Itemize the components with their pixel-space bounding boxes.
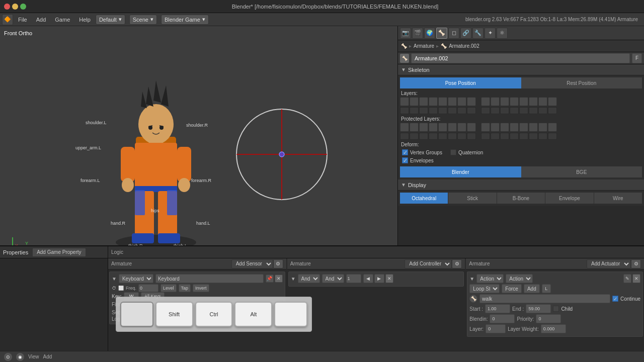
loop-type-select[interactable]: Loop St <box>469 284 500 293</box>
key-cap-ctrl[interactable]: Ctrl <box>195 302 233 327</box>
act-close-icon[interactable]: ✕ <box>632 274 640 283</box>
and-select2[interactable]: And <box>322 274 344 283</box>
act-edit-icon[interactable]: ✎ <box>623 274 631 283</box>
actuator-settings-icon[interactable]: ⚙ <box>631 259 641 268</box>
layer-small-6[interactable] <box>448 107 457 114</box>
controller-settings-icon[interactable]: ⚙ <box>452 259 462 268</box>
prot-btn-14[interactable] <box>529 123 538 132</box>
sensor-settings-icon[interactable]: ⚙ <box>273 259 283 268</box>
bge-button[interactable]: BGE <box>521 166 642 177</box>
prot-btn-9[interactable] <box>481 123 490 132</box>
menu-game[interactable]: Game <box>51 16 74 24</box>
render-icon[interactable]: 📷 <box>400 28 411 39</box>
sensor-pin-icon[interactable]: 📌 <box>266 275 274 283</box>
particles-icon[interactable]: ✦ <box>485 28 496 39</box>
layer-btn-5[interactable] <box>438 97 447 106</box>
key-cap-alt[interactable]: Alt <box>234 302 272 327</box>
layer-btn-16[interactable] <box>548 97 557 106</box>
key-cap-blank2[interactable] <box>274 302 307 327</box>
object-icon[interactable]: ◻ <box>448 28 459 39</box>
key-cap-blank[interactable] <box>120 302 153 327</box>
start-input[interactable] <box>485 304 510 313</box>
layer-small-7[interactable] <box>457 107 466 114</box>
layer-small-9[interactable] <box>481 107 490 114</box>
close-dot[interactable] <box>4 4 10 10</box>
sensor-close-icon[interactable]: ✕ <box>275 275 283 283</box>
prot-btn-13[interactable] <box>519 123 528 132</box>
layer-small-16[interactable] <box>548 107 557 114</box>
menu-file[interactable]: File <box>14 16 31 24</box>
status-icon1[interactable]: ⊙ <box>4 353 12 361</box>
sensor-type-select[interactable]: Keyboard <box>119 274 153 283</box>
bc-object-name[interactable]: Armature.002 <box>449 43 479 49</box>
workspace-dropdown[interactable]: Default ▾ <box>96 15 125 25</box>
envelopes-cb[interactable]: ✓ <box>402 157 408 163</box>
layer-small-8[interactable] <box>467 107 476 114</box>
layer-btn-13[interactable] <box>519 97 528 106</box>
key-cap-shift[interactable]: Shift <box>155 302 193 327</box>
prot-btn-2[interactable] <box>410 123 419 132</box>
vertex-groups-cb[interactable]: ✓ <box>402 149 408 155</box>
add-actuator-dropdown[interactable]: Add Actuator <box>587 259 631 268</box>
tap-button[interactable]: Tap <box>179 284 191 292</box>
layer-btn-14[interactable] <box>529 97 538 106</box>
layer-btn-4[interactable] <box>429 97 438 106</box>
act-subtype-select[interactable]: Action <box>506 274 533 283</box>
bc-armature-name[interactable]: Armature <box>414 43 434 49</box>
envelope-button[interactable]: Envelope <box>545 193 593 204</box>
prot-btn-16[interactable] <box>548 123 557 132</box>
object-data-icon[interactable]: 🦴 <box>436 28 447 39</box>
walk-name-input[interactable] <box>479 294 610 303</box>
layer-small-11[interactable] <box>500 107 509 114</box>
sensor-name-input[interactable] <box>155 274 264 283</box>
world-icon[interactable]: 🌍 <box>424 28 435 39</box>
ctrl-arr-left-icon[interactable]: ◀ <box>363 274 373 283</box>
layer-small-15[interactable] <box>538 107 547 114</box>
layer-small-1[interactable] <box>400 107 409 114</box>
scene-dropdown[interactable]: Scene ▾ <box>129 15 157 25</box>
layer-btn-10[interactable] <box>491 97 500 106</box>
add-game-property-button[interactable]: Add Game Property <box>32 248 86 257</box>
add-action-button[interactable]: Add <box>524 284 540 293</box>
add-controller-dropdown[interactable]: Add Controller <box>405 259 452 268</box>
menu-help[interactable]: Help <box>75 16 95 24</box>
act-expand-icon[interactable]: ▼ <box>469 276 474 282</box>
scene-icon[interactable]: 🎬 <box>412 28 423 39</box>
prot-btn-5[interactable] <box>438 123 447 132</box>
and-type-select[interactable]: And <box>298 274 320 283</box>
wire-button[interactable]: Wire <box>594 193 642 204</box>
ctrl-arr-right-icon[interactable]: ▶ <box>374 274 384 283</box>
object-name-input[interactable] <box>411 53 630 63</box>
layer-btn-9[interactable] <box>481 97 490 106</box>
sensor-expand-icon[interactable]: ▼ <box>112 276 117 282</box>
prot-btn-1[interactable] <box>400 123 409 132</box>
layer-small-5[interactable] <box>438 107 447 114</box>
layer-small-4[interactable] <box>429 107 438 114</box>
layer-input[interactable] <box>486 324 506 333</box>
bbone-button[interactable]: B-Bone <box>497 193 545 204</box>
l-button[interactable]: L <box>542 284 551 293</box>
layer-small-3[interactable] <box>419 107 428 114</box>
octahedral-button[interactable]: Octahedral <box>400 193 448 204</box>
layer-btn-15[interactable] <box>538 97 547 106</box>
layer-weight-input[interactable] <box>541 324 566 333</box>
quaternion-cb[interactable] <box>450 149 456 155</box>
display-section-header[interactable]: ▼ Display <box>398 179 644 191</box>
layer-btn-12[interactable] <box>510 97 519 106</box>
layer-btn-3[interactable] <box>419 97 428 106</box>
continue-cb[interactable]: ✓ <box>612 296 618 302</box>
blendin-input[interactable] <box>490 314 515 323</box>
layer-small-14[interactable] <box>529 107 538 114</box>
constraints-icon[interactable]: 🔗 <box>460 28 471 39</box>
fake-user-button[interactable]: F <box>632 53 642 63</box>
pose-position-button[interactable]: Pose Position <box>400 77 521 88</box>
prot-btn-12[interactable] <box>510 123 519 132</box>
layer-small-12[interactable] <box>510 107 519 114</box>
freq-input[interactable] <box>138 284 158 292</box>
act-type-select[interactable]: Action <box>476 274 504 283</box>
child-cb[interactable] <box>553 306 559 312</box>
layer-small-13[interactable] <box>519 107 528 114</box>
modifiers-icon[interactable]: 🔧 <box>472 28 484 39</box>
level-button[interactable]: Level <box>160 284 177 292</box>
layer-btn-8[interactable] <box>467 97 476 106</box>
